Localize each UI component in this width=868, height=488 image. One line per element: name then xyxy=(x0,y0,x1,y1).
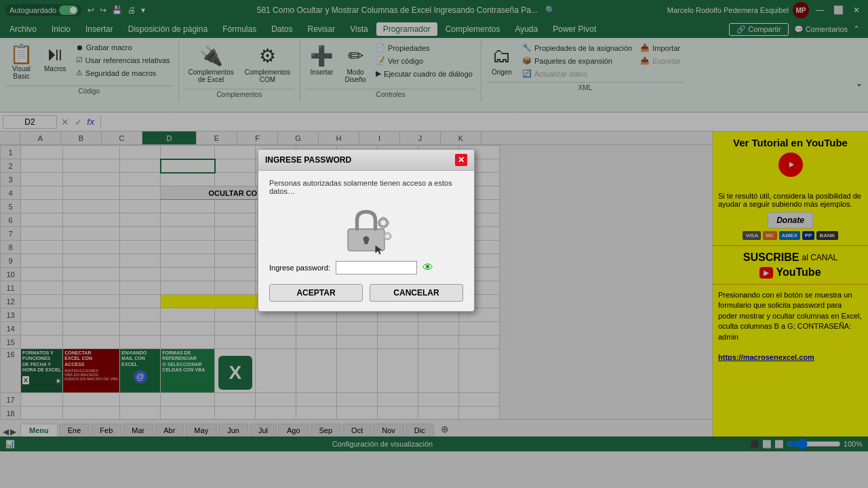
modal-titlebar: INGRESE PASSWORD ✕ xyxy=(258,150,474,171)
password-input[interactable] xyxy=(336,261,417,274)
accept-btn[interactable]: ACEPTAR xyxy=(269,284,363,302)
svg-point-12 xyxy=(386,235,389,238)
svg-rect-7 xyxy=(382,217,384,220)
modal-label: Ingrese password: xyxy=(269,264,330,272)
modal-body: Personas autorizadas solamente tienen ac… xyxy=(258,171,474,311)
modal-password-field: Ingrese password: 👁 xyxy=(269,261,463,274)
svg-rect-10 xyxy=(387,222,390,224)
modal-desc: Personas autorizadas solamente tienen ac… xyxy=(269,179,463,195)
show-password-icon[interactable]: 👁 xyxy=(422,262,433,274)
svg-rect-4 xyxy=(364,239,368,244)
svg-point-6 xyxy=(381,220,386,225)
svg-rect-9 xyxy=(377,222,380,224)
modal-close-btn[interactable]: ✕ xyxy=(455,154,467,166)
modal-lock-area xyxy=(269,205,463,256)
lock-svg xyxy=(336,205,397,256)
cancel-btn[interactable]: CANCELAR xyxy=(370,284,463,302)
modal-overlay: INGRESE PASSWORD ✕ Personas autorizadas … xyxy=(0,0,868,488)
modal-title: INGRESE PASSWORD xyxy=(265,155,351,165)
svg-rect-8 xyxy=(382,226,384,229)
modal-dialog: INGRESE PASSWORD ✕ Personas autorizadas … xyxy=(258,149,475,312)
modal-buttons: ACEPTAR CANCELAR xyxy=(269,280,463,303)
